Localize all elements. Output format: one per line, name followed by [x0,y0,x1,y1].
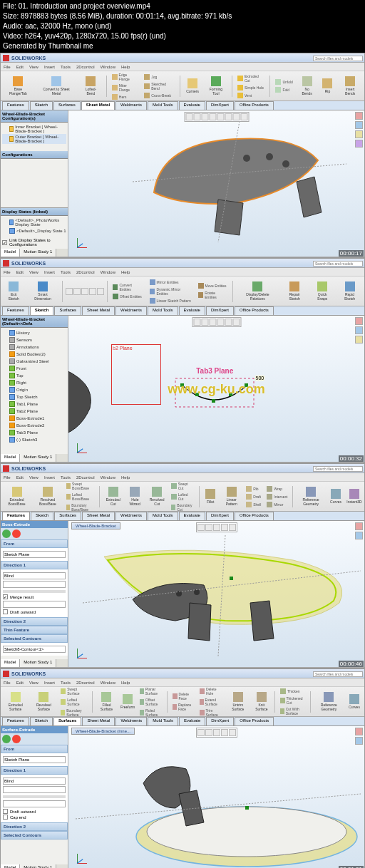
boundary-boss-btn[interactable]: Boundary Boss/Base [64,502,97,512]
move-entities-btn[interactable]: Move Entities [196,282,230,289]
sketched-bend-btn[interactable]: Sketched Bend [142,81,177,91]
task-pane-icon[interactable] [355,317,363,325]
no-bends-btn[interactable]: No Bends [297,73,318,99]
tab-weldments[interactable]: Weldments [115,512,147,520]
rotate-icon[interactable] [205,524,212,531]
selected-contours-section[interactable]: Selected Contours [1,831,68,839]
menu-window[interactable]: Window [101,475,115,480]
tab-surfaces[interactable]: Surfaces [54,306,81,315]
direction2-section[interactable]: Direction 2 [1,617,68,626]
forming-tool-btn[interactable]: Forming Tool [203,73,229,99]
replace-face-btn[interactable]: Replace Face [170,702,196,712]
lofted-boss-btn[interactable]: Lofted Boss/Base [64,492,97,502]
tab-sketch[interactable]: Sketch [30,306,54,315]
tab-office[interactable]: Office Products [235,306,274,315]
view-orient-icon[interactable] [225,113,232,120]
tree-item[interactable]: Outer Bracket [ Wheel-Blade-Bracket ] [2,134,66,144]
menu-insert[interactable]: Insert [44,475,55,480]
tab-features[interactable]: Features [2,512,30,520]
pan-icon[interactable] [213,729,220,736]
menu-help[interactable]: Help [121,475,130,480]
tab-surfaces[interactable]: Surfaces [53,717,81,725]
tab-moldtools[interactable]: Mold Tools [148,717,178,725]
display-icon[interactable] [221,729,228,736]
menu-edit[interactable]: Edit [16,270,24,274]
thickened-cut-btn[interactable]: Thickened Cut [278,696,307,706]
menu-2dcontrol[interactable]: 2Dcontrol [76,475,95,480]
selected-contours-section[interactable]: Selected Contours [1,634,68,643]
vent-btn[interactable]: Vent [235,92,267,99]
simple-hole-btn[interactable]: Simple Hole [235,84,267,91]
tab-sheetmetal[interactable]: Sheet Metal [82,512,115,520]
menu-help[interactable]: Help [121,65,130,69]
tab-moldtools[interactable]: Mold Tools [148,512,178,520]
convert-entities-btn[interactable]: Convert Entities [110,282,146,292]
pan-icon[interactable] [213,524,220,531]
edge-flange-btn[interactable]: Edge Flange [110,72,141,82]
zoom-icon[interactable] [193,319,200,326]
menu-view[interactable]: View [29,681,38,685]
zoom-icon[interactable] [197,729,205,736]
motion-tab[interactable]: Motion Study 1 [20,454,56,462]
end-condition-dropdown[interactable] [3,572,66,579]
offset-entities-btn[interactable]: Offset Entities [110,293,146,300]
repair-sketch-btn[interactable]: Repair Sketch [281,279,309,304]
boundary-cut-btn[interactable]: Boundary Cut [169,502,195,512]
display-icon[interactable] [217,319,224,326]
appearances-icon[interactable] [355,737,363,745]
ok-button[interactable] [2,735,11,743]
end-condition-dropdown[interactable] [3,777,66,785]
appearances-icon[interactable] [355,532,363,539]
tree-item[interactable]: Sensors [2,336,66,343]
search-input[interactable] [313,671,363,677]
custom-props-icon[interactable] [355,130,363,138]
thin-section[interactable]: Thin Feature [1,626,68,634]
instant3d-btn[interactable]: Instant3D [346,484,363,510]
menu-edit[interactable]: Edit [16,475,24,480]
filled-surface-btn[interactable]: Filled Surface [96,689,118,715]
tree-item[interactable]: Origin [2,386,66,393]
cap-end-checkbox[interactable] [3,815,8,820]
delete-hole-btn[interactable]: Delete Hole [197,687,225,696]
tab-sheetmetal[interactable]: Sheet Metal [82,717,115,725]
offset-surface-btn[interactable]: Offset Surface [138,697,164,707]
draft-input[interactable] [3,800,66,807]
contour-value[interactable] [3,646,66,653]
menu-edit[interactable]: Edit [16,681,24,685]
draft-input[interactable] [3,601,66,608]
appearances-icon[interactable] [355,326,363,334]
menu-help[interactable]: Help [121,270,130,274]
tree-item[interactable]: Boss-Extrude2 [2,422,66,429]
tree-item[interactable]: Tab2 Plane [2,408,66,415]
tab-dimxpert[interactable]: DimXpert [206,306,234,315]
tree-item[interactable]: Right [2,379,66,386]
tab-office[interactable]: Office Products [235,512,274,520]
rib-btn[interactable]: Rib [244,485,263,492]
tab-weldments[interactable]: Weldments [115,101,147,110]
freeform-btn[interactable]: Freeform [119,689,136,715]
search-input[interactable] [313,466,363,472]
lofted-surface-btn[interactable]: Lofted Surface [58,697,89,707]
hole-wizard-btn[interactable]: Hole Wizard [125,484,145,510]
direction1-section[interactable]: Direction 1 [1,561,68,569]
hide-show-icon[interactable] [232,113,240,120]
rip-btn[interactable]: Rip [319,73,336,99]
mirror-btn[interactable]: Mirror [264,501,289,508]
tree-item[interactable]: Tab3 Plane [2,429,66,436]
dyn-mirror-btn[interactable]: Dynamic Mirror Entities [148,286,195,296]
rotate-icon[interactable] [193,113,200,120]
menu-insert[interactable]: Insert [44,681,55,685]
tab-weldments[interactable]: Weldments [115,717,147,725]
circle-tool-icon[interactable] [81,288,88,295]
hide-icon[interactable] [232,319,240,326]
extrude-preview-model[interactable] [83,535,361,656]
zoom-icon[interactable] [197,524,205,531]
tab-sketch[interactable]: Sketch [30,101,53,110]
pan-icon[interactable] [209,319,216,326]
link-ds-checkbox[interactable] [2,240,7,245]
viewport[interactable]: b2 Plane Tab3 Plane 500 www.cg-ku.com [68,316,364,462]
menu-window[interactable]: Window [101,65,115,69]
quick-snaps-btn[interactable]: Quick Snaps [309,279,335,304]
rapid-sketch-btn[interactable]: Rapid Sketch [336,279,363,304]
extruded-cut-btn[interactable]: Extruded Cut [103,484,123,510]
